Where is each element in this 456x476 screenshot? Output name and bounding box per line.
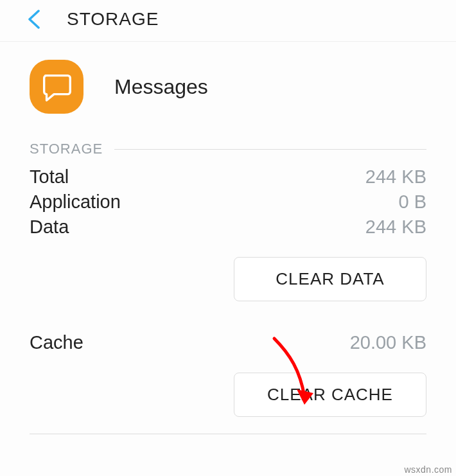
row-key: Data	[30, 216, 69, 238]
watermark: wsxdn.com	[404, 464, 452, 475]
app-name: Messages	[114, 75, 208, 99]
row-key: Total	[30, 166, 69, 188]
back-icon[interactable]	[27, 10, 41, 29]
row-key: Cache	[30, 332, 83, 353]
page-title: STORAGE	[67, 9, 159, 30]
section-header: STORAGE	[30, 141, 426, 157]
clear-data-button[interactable]: CLEAR DATA	[234, 257, 426, 301]
row-val: 20.00 KB	[350, 332, 426, 353]
messages-app-icon	[30, 60, 83, 114]
storage-row-application: Application 0 B	[30, 191, 426, 213]
storage-row-total: Total 244 KB	[30, 166, 426, 188]
storage-section: STORAGE Total 244 KB Application 0 B Dat…	[0, 141, 456, 301]
clear-cache-button[interactable]: CLEAR CACHE	[234, 373, 426, 417]
cache-section: Cache 20.00 KB CLEAR CACHE	[0, 332, 456, 417]
section-label: STORAGE	[30, 141, 103, 157]
storage-row-data: Data 244 KB	[30, 216, 426, 238]
app-info-row: Messages	[0, 42, 456, 141]
divider	[114, 149, 426, 150]
app-header: STORAGE	[0, 0, 456, 42]
clear-data-row: CLEAR DATA	[30, 242, 426, 301]
clear-cache-row: CLEAR CACHE	[30, 357, 426, 417]
divider	[30, 434, 426, 434]
row-val: 244 KB	[365, 216, 426, 238]
row-key: Application	[30, 191, 121, 213]
row-val: 244 KB	[365, 166, 426, 188]
cache-row: Cache 20.00 KB	[30, 332, 426, 353]
row-val: 0 B	[398, 191, 426, 213]
